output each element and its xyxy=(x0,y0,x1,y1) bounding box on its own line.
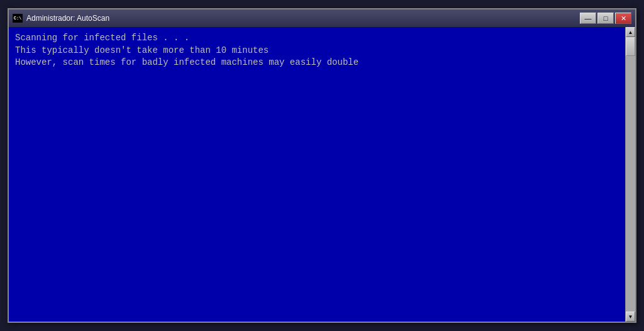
scroll-down-button[interactable]: ▼ xyxy=(626,311,635,322)
close-button[interactable]: ✕ xyxy=(615,13,631,24)
cmd-window: C:\ Administrador: AutoScan — □ ✕ Scanni… xyxy=(8,8,636,323)
scroll-thumb[interactable] xyxy=(626,37,635,56)
minimize-button[interactable]: — xyxy=(580,13,596,24)
window-title: Administrador: AutoScan xyxy=(26,14,580,23)
window-body: Scanning for infected files . . . This t… xyxy=(9,27,635,322)
window-controls: — □ ✕ xyxy=(580,13,631,24)
scrollbar[interactable]: ▲ ▼ xyxy=(625,27,635,322)
cmd-icon-text: C:\ xyxy=(14,16,22,21)
title-bar: C:\ Administrador: AutoScan — □ ✕ xyxy=(9,9,635,27)
scroll-up-button[interactable]: ▲ xyxy=(626,27,635,37)
maximize-button[interactable]: □ xyxy=(597,13,614,24)
scroll-track[interactable] xyxy=(626,37,635,311)
cmd-icon: C:\ xyxy=(13,14,23,23)
console-output: Scanning for infected files . . . This t… xyxy=(15,32,619,69)
console-area: Scanning for infected files . . . This t… xyxy=(9,27,625,322)
